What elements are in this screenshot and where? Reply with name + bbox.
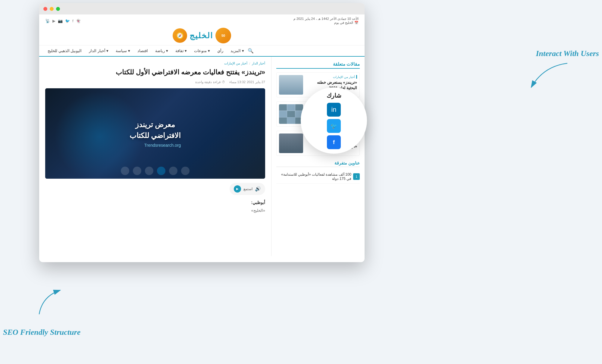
logo-box: 50 الخليج 🧭 [173, 28, 231, 43]
nav-siyasa[interactable]: ▾ سياسة [112, 47, 134, 54]
facebook-icon[interactable]: f [72, 19, 74, 23]
header-logo-area: 50 الخليج 🧭 [39, 26, 365, 45]
header-date: الأحد 10 جمادى الآخر 1442 هـ ، 24 يناير … [293, 17, 359, 25]
breadcrumb-akhbar-emirates[interactable]: أخبار من الإمارات [224, 61, 247, 65]
nav-yubil[interactable]: اليوبيل الذهبي للخليج [44, 47, 85, 54]
share-buttons: in 🐦 f [327, 103, 341, 149]
card-image [279, 133, 303, 153]
misc-number: 1 [353, 173, 360, 180]
article-image-text-line2: الافتراضي للكتاب [130, 130, 181, 141]
sidebar: مقالات متعلقة أخبار من الإمارات «تريندز»… [271, 57, 365, 256]
instagram-icon[interactable]: 📷 [58, 19, 63, 23]
search-icon[interactable]: 🔍 [248, 48, 254, 54]
rss-icon[interactable]: 📡 [45, 19, 50, 23]
share-facebook-button[interactable]: f [327, 135, 341, 149]
article-location: أبوظبي: [251, 200, 265, 205]
maximize-dot[interactable] [56, 7, 60, 11]
article-area: أخبار الدار / أخبار من الإمارات «تريندز»… [39, 57, 271, 256]
audio-play-button[interactable]: ▶ [234, 185, 241, 193]
seo-arrow [33, 284, 69, 320]
header-top: الأحد 10 جمادى الآخر 1442 هـ ، 24 يناير … [39, 14, 365, 26]
seo-friendly-label: SEO Friendly Structure [3, 328, 80, 337]
nav-munawaat[interactable]: ▾ منوعات [190, 47, 214, 54]
card-category: أخبار من الإمارات [306, 75, 357, 79]
article-read-time: ⏱ قراءة دقيقة واحدة [195, 80, 225, 84]
share-twitter-button[interactable]: 🐦 [327, 119, 341, 133]
close-dot[interactable] [43, 7, 47, 11]
article-image-text-line1: معرض تريندز [130, 119, 181, 130]
twitter-icon[interactable]: 🐦 [65, 19, 70, 23]
interact-with-users-label: Interact With Users [536, 49, 599, 58]
minimize-dot[interactable] [50, 7, 54, 11]
nav-ray[interactable]: رأي [214, 47, 227, 54]
article-date: 27 يناير 2021 13:32 مساء [229, 80, 265, 84]
logo-badge: 50 [215, 28, 231, 43]
article-image: معرض تريندز الافتراضي للكتاب Trendsresea… [45, 88, 265, 179]
nav-akhbar[interactable]: ▾ أخبار الدار [85, 47, 112, 54]
logo-compass: 🧭 [173, 28, 187, 43]
snapchat-icon[interactable]: 👻 [76, 19, 81, 23]
audio-player[interactable]: 🔊 استمع ▶ [230, 183, 265, 195]
audio-icon: 🔊 [255, 186, 261, 192]
article-image-overlay: معرض تريندز الافتراضي للكتاب Trendsresea… [45, 88, 265, 179]
share-linkedin-button[interactable]: in [327, 103, 341, 117]
misc-section-title: عناوين متفرقة [276, 161, 360, 167]
nav-thaqafa[interactable]: ▾ ثقافة [172, 47, 191, 54]
article-body: أبوظبي: «الخليج» [45, 200, 265, 213]
interact-arrow [513, 60, 573, 96]
site-header: الأحد 10 جمادى الآخر 1442 هـ ، 24 يناير … [39, 14, 365, 57]
audio-label: استمع [243, 187, 252, 191]
logo-text-area: الخليج [190, 31, 213, 40]
share-title: شارك [327, 92, 341, 99]
article-quote: «الخليج» [251, 208, 265, 213]
nav-mazid[interactable]: ▾ المزيد [227, 47, 248, 54]
breadcrumb-akhbar-dar[interactable]: أخبار الدار [252, 61, 265, 65]
nav-riyada[interactable]: ▾ رياضة [152, 47, 172, 54]
article-title: «تريندز» يفتتح فعاليات معرضه الافتراضي ا… [45, 68, 265, 77]
site-nav: 🔍 ▾ المزيد رأي ▾ منوعات ▾ ثقافة ▾ رياضة … [39, 45, 365, 56]
breadcrumb: أخبار الدار / أخبار من الإمارات [45, 61, 265, 65]
youtube-icon[interactable]: ▶ [52, 19, 55, 23]
browser-titlebar [39, 3, 365, 14]
card-image [279, 75, 303, 95]
misc-text: 100 ألف مشاهدة لفعاليات «أبوظبي للاستدام… [276, 172, 351, 181]
related-articles-title: مقالات متعلقة [276, 61, 360, 69]
list-item[interactable]: 1 100 ألف مشاهدة لفعاليات «أبوظبي للاستد… [276, 170, 360, 184]
site-main: مقالات متعلقة أخبار من الإمارات «تريندز»… [39, 57, 365, 256]
logo-arabic: الخليج [190, 31, 213, 40]
article-meta: 27 يناير 2021 13:32 مساء ⏱ قراءة دقيقة و… [45, 80, 265, 84]
nav-iqtisad[interactable]: اقتصاد [134, 47, 152, 54]
card-image [279, 104, 303, 124]
share-panel: شارك in 🐦 f [301, 87, 367, 154]
article-image-sub: Trendsresearch.org [130, 143, 181, 148]
header-social: 📡 ▶ 📷 🐦 f 👻 [45, 19, 81, 23]
